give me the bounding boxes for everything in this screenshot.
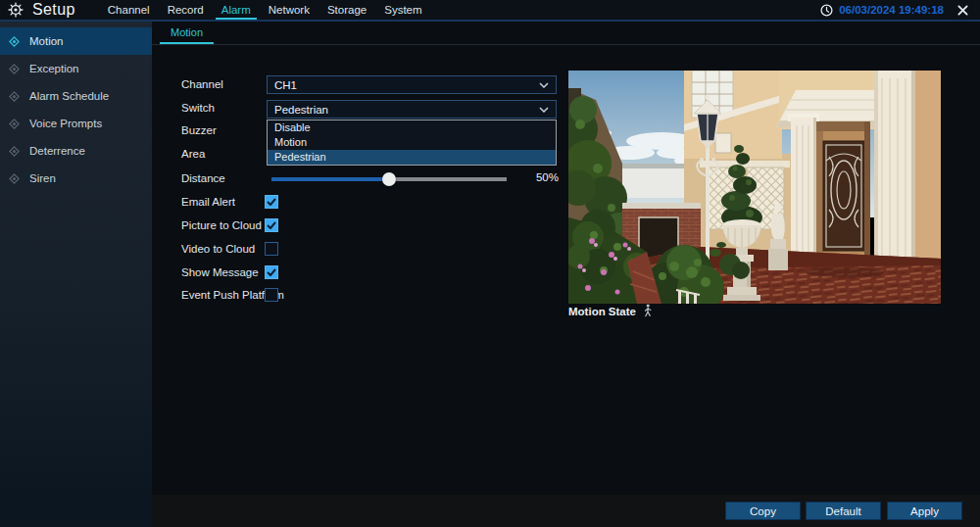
switch-select[interactable]: Pedestrian [267,100,557,119]
sidebar-item-label: Alarm Schedule [29,90,109,102]
sidebar-item-label: Voice Prompts [29,118,102,129]
motion-state-label: Motion State [568,306,636,317]
gear-icon [8,2,24,18]
sidebar: Motion Exception Alarm Schedule Voice Pr… [0,22,152,527]
sidebar-item-label: Siren [29,172,56,184]
video-to-cloud-label: Video to Cloud [181,242,255,256]
camera-preview [568,71,941,304]
tab-motion[interactable]: Motion [160,22,214,44]
menu-record[interactable]: Record [166,0,206,20]
chevron-down-icon [539,82,549,88]
camera-preview-image [568,71,941,304]
distance-value: 50% [522,171,559,183]
sidebar-item-exception[interactable]: Exception [0,55,152,82]
show-message-checkbox[interactable] [265,265,278,279]
distance-slider-fill [271,177,389,181]
switch-select-value: Pedestrian [274,104,328,116]
switch-label: Switch [181,101,215,115]
option-motion[interactable]: Motion [268,135,556,150]
topbar-right: 06/03/2024 19:49:18 [820,4,968,17]
main-menu: Channel Record Alarm Network Storage Sys… [106,0,424,20]
motion-state-row: Motion State [568,304,653,318]
picture-to-cloud-checkbox[interactable] [265,218,278,232]
topbar: Setup Channel Record Alarm Network Stora… [0,0,980,22]
sidebar-item-label: Motion [29,35,64,47]
menu-system[interactable]: System [382,0,423,20]
option-pedestrian[interactable]: Pedestrian [268,150,556,165]
event-push-platform-checkbox[interactable] [265,288,278,302]
channel-select[interactable]: CH1 [267,75,557,94]
video-to-cloud-checkbox[interactable] [265,242,278,256]
sidebar-item-motion[interactable]: Motion [0,27,152,55]
check-icon [267,268,276,276]
diamond-icon [9,36,20,47]
menu-channel[interactable]: Channel [106,0,152,20]
distance-slider[interactable] [271,172,507,186]
setup-window: Setup Channel Record Alarm Network Stora… [0,0,980,527]
clock-icon [820,4,833,17]
sidebar-item-label: Deterrence [29,145,85,157]
pedestrian-icon [643,304,653,318]
picture-to-cloud-label: Picture to Cloud [181,218,262,232]
sidebar-item-alarm-schedule[interactable]: Alarm Schedule [0,82,152,110]
close-icon[interactable] [957,5,968,16]
copy-button[interactable]: Copy [725,502,801,520]
check-icon [267,198,276,206]
check-icon [267,221,276,229]
diamond-icon [9,64,20,74]
content: Motion Channel Switch Buzzer Area Distan… [152,22,980,527]
sidebar-item-voice-prompts[interactable]: Voice Prompts [0,110,152,137]
buzzer-label: Buzzer [181,123,217,137]
default-button[interactable]: Default [806,502,881,520]
sidebar-item-siren[interactable]: Siren [0,165,152,192]
tabbar: Motion [152,22,980,45]
email-alert-label: Email Alert [181,195,235,209]
switch-option-list: Disable Motion Pedestrian [267,120,557,166]
diamond-icon [9,119,20,129]
email-alert-checkbox[interactable] [265,195,278,209]
menu-storage[interactable]: Storage [325,0,368,20]
diamond-icon [9,91,20,102]
channel-label: Channel [181,77,223,91]
option-disable[interactable]: Disable [268,120,556,135]
distance-label: Distance [181,171,225,185]
sidebar-item-deterrence[interactable]: Deterrence [0,137,152,165]
diamond-icon [9,173,20,184]
area-label: Area [181,147,205,161]
distance-slider-thumb[interactable] [382,172,396,186]
chevron-down-icon [539,107,549,113]
datetime: 06/03/2024 19:49:18 [839,4,944,16]
menu-alarm[interactable]: Alarm [220,0,253,20]
apply-button[interactable]: Apply [887,502,962,520]
app-title: Setup [32,1,75,19]
diamond-icon [9,146,20,157]
sidebar-item-label: Exception [29,63,79,74]
channel-select-value: CH1 [274,79,297,91]
menu-network[interactable]: Network [267,0,312,20]
show-message-label: Show Message [181,265,259,279]
